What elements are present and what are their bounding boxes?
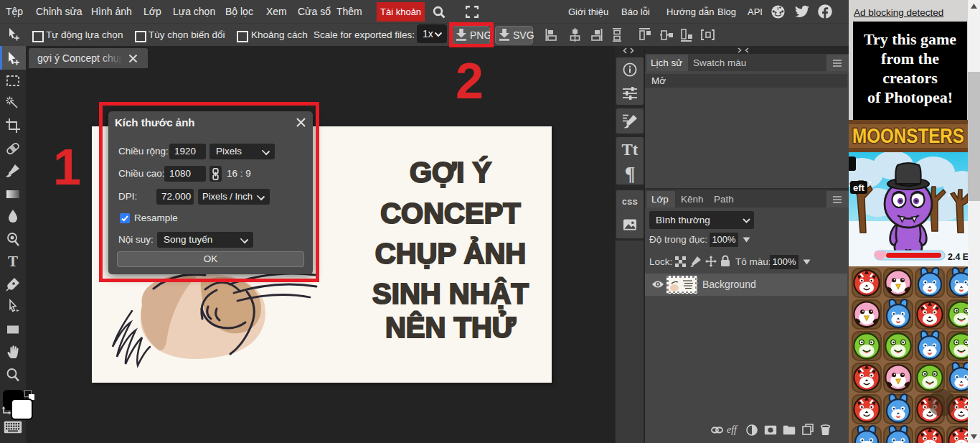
svg-text:eft: eft [853,182,865,193]
svg-text:T: T [8,253,18,269]
svg-text:MOONSTERS: MOONSTERS [852,124,964,147]
svg-text:2.4 EB: 2.4 EB [948,252,968,262]
